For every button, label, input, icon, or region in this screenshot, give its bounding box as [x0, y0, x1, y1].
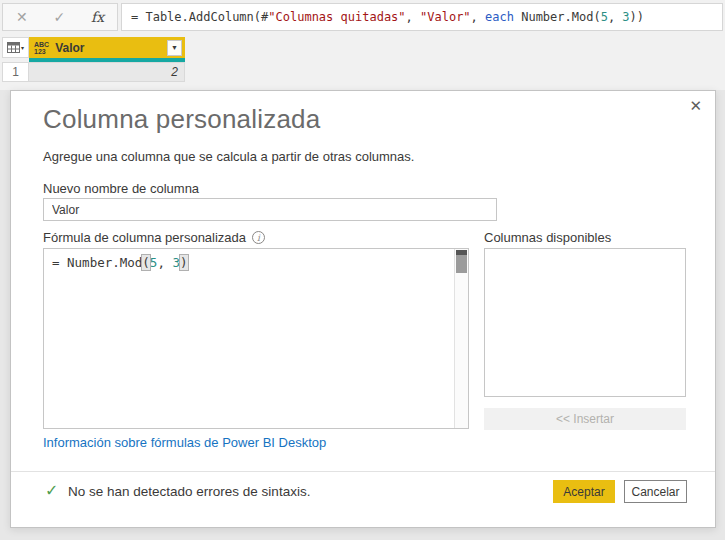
- custom-formula-label: Fórmula de columna personalizada: [43, 230, 246, 245]
- formula-bar-controls: ✕ ✓ fx: [2, 3, 118, 31]
- cancel-button[interactable]: Cancelar: [624, 480, 687, 503]
- column-filter-button[interactable]: ▼: [167, 40, 182, 56]
- power-query-editor: ✕ ✓ fx = Table.AddColumn(#"Columnas quit…: [0, 0, 725, 540]
- data-type-any-icon[interactable]: ABC 123: [34, 41, 49, 55]
- fx-icon[interactable]: fx: [91, 9, 104, 25]
- new-column-name-label: Nuevo nombre de columna: [43, 181, 199, 196]
- scrollbar-thumb[interactable]: [456, 255, 467, 273]
- text-cursor: [188, 257, 189, 270]
- column-header-label: Valor: [55, 41, 167, 55]
- custom-column-dialog: ✕ Columna personalizada Agregue una colu…: [10, 90, 716, 528]
- cancel-formula-icon[interactable]: ✕: [16, 10, 28, 24]
- available-columns-label: Columnas disponibles: [484, 230, 611, 245]
- formula-editor-text: = Number.Mod(5, 3): [52, 255, 189, 270]
- syntax-status-text: No se han detectado errores de sintaxis.: [68, 484, 310, 499]
- commit-formula-icon[interactable]: ✓: [53, 10, 65, 24]
- formula-editor[interactable]: = Number.Mod(5, 3): [43, 248, 469, 429]
- available-columns-listbox[interactable]: [484, 248, 686, 397]
- formula-bar-input[interactable]: = Table.AddColumn(#"Columnas quitadas", …: [121, 3, 723, 31]
- dialog-description: Agregue una columna que se calcula a par…: [43, 149, 414, 164]
- vertical-scrollbar[interactable]: [454, 249, 468, 428]
- formula-docs-link[interactable]: Información sobre fórmulas de Power BI D…: [43, 435, 326, 450]
- table-cell-value[interactable]: 2: [29, 62, 185, 82]
- corner-dropdown-icon: ▾: [21, 44, 24, 51]
- accept-button[interactable]: Aceptar: [553, 480, 615, 503]
- syntax-ok-check-icon: ✓: [45, 481, 58, 500]
- query-editor-top-strip: ✕ ✓ fx = Table.AddColumn(#"Columnas quit…: [0, 0, 725, 90]
- footer-divider: [11, 471, 715, 472]
- insert-button[interactable]: << Insertar: [484, 408, 686, 430]
- info-icon[interactable]: i: [252, 231, 265, 244]
- select-all-table-button[interactable]: ▾: [2, 37, 29, 58]
- column-header-valor[interactable]: ABC 123 Valor ▼: [29, 37, 185, 58]
- new-column-name-input[interactable]: [43, 198, 497, 221]
- row-number-cell[interactable]: 1: [2, 62, 29, 82]
- table-grid-icon: [7, 39, 20, 57]
- close-icon[interactable]: ✕: [689, 97, 702, 115]
- dialog-title: Columna personalizada: [43, 104, 320, 135]
